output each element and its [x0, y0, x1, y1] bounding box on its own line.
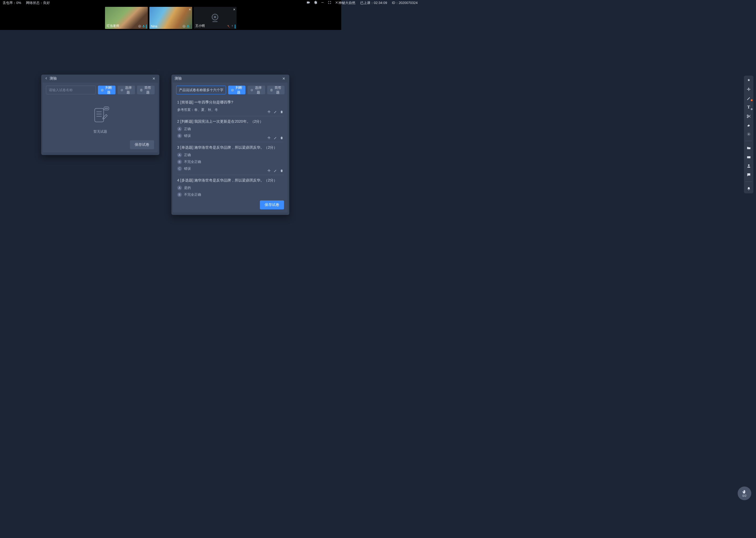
target-icon: [138, 24, 141, 28]
save-quiz-button[interactable]: 保存试卷: [130, 140, 154, 149]
volume-meter: [235, 24, 235, 28]
webcam-off-icon: [210, 13, 220, 23]
empty-illustration-icon: [89, 105, 112, 127]
quiz-panel-empty: 测验 判断题 选择题 简答题 暂无试题 保存试卷: [41, 75, 159, 155]
edit-icon[interactable]: [273, 169, 277, 173]
svg-point-6: [214, 16, 216, 19]
panel-close-icon[interactable]: [152, 76, 156, 81]
move-icon[interactable]: [267, 169, 271, 173]
volume-meter: [190, 24, 191, 28]
mic-muted-icon: [227, 24, 230, 28]
question-item: 3[单选题] 施华洛世奇是反华品牌，所以梁鼎琪反华。（2分）A正确B不完全正确C…: [177, 142, 283, 175]
choice-question-button[interactable]: 选择题: [248, 86, 265, 94]
move-icon[interactable]: [267, 110, 271, 114]
question-option: A正确: [177, 127, 283, 131]
question-actions: [267, 136, 283, 140]
svg-rect-17: [231, 89, 233, 91]
delete-icon[interactable]: [280, 110, 283, 114]
svg-point-2: [139, 26, 140, 27]
course-title: 神秘大自然: [338, 1, 341, 5]
panel-title: 测验: [174, 76, 182, 81]
svg-rect-7: [101, 89, 103, 91]
svg-point-14: [105, 108, 106, 109]
question-title: 1[简答题] 一年四季分别是哪四季?: [177, 100, 283, 105]
quiz-panel-filled: 测验 判断题 选择题 简答题 1[简答题] 一年四季分别是哪四季?参考答案：春、…: [171, 75, 289, 215]
mic-icon: [142, 24, 145, 28]
edit-icon[interactable]: [273, 136, 277, 140]
network-status: 网络状态：良好: [26, 1, 50, 5]
mic-icon: [186, 24, 190, 28]
video-row: 叮当老师 × Nina × 王小明: [0, 6, 341, 30]
top-bar: 丢包率：0% 网络状态：良好 神秘大自然 已上课：02:34:09 ID：202…: [0, 0, 341, 6]
question-item: 1[简答题] 一年四季分别是哪四季?参考答案：春、夏、秋、冬: [177, 97, 283, 116]
question-option: B不完全正确: [177, 159, 283, 164]
edit-icon[interactable]: [273, 110, 277, 114]
empty-text: 暂无试题: [93, 129, 107, 134]
camera-toggle-icon[interactable]: [306, 1, 310, 5]
close-icon[interactable]: [335, 1, 339, 5]
panel-close-icon[interactable]: [281, 76, 286, 81]
question-item: 4[多选题] 施华洛世奇是反华品牌，所以梁鼎琪反华。（2分）A是的B不完全正确C…: [177, 175, 283, 199]
question-title: 2[判断题] 我国宪法上一次更新是在2020年。（2分）: [177, 119, 283, 124]
tile-close-icon[interactable]: ×: [233, 7, 235, 12]
participant-name: 叮当老师: [107, 24, 119, 28]
question-option: A正确: [177, 153, 283, 157]
mic-icon: [231, 24, 234, 28]
tile-close-icon[interactable]: ×: [189, 7, 191, 12]
video-tile-teacher[interactable]: 叮当老师: [105, 7, 148, 29]
target-icon: [182, 24, 186, 28]
short-answer-button[interactable]: 简答题: [137, 86, 155, 94]
quiz-name-input[interactable]: [46, 86, 96, 94]
participant-name: 王小明: [195, 24, 205, 28]
back-icon[interactable]: [44, 77, 48, 81]
quiz-name-input[interactable]: [176, 86, 226, 94]
packet-loss: 丢包率：0%: [3, 1, 21, 5]
panel-title: 测验: [50, 76, 57, 81]
question-title: 3[单选题] 施华洛世奇是反华品牌，所以梁鼎琪反华。（2分）: [177, 145, 283, 150]
delete-icon[interactable]: [280, 169, 283, 173]
judge-question-button[interactable]: 判断题: [228, 86, 246, 94]
volume-meter: [146, 24, 147, 28]
question-actions: [267, 110, 283, 114]
choice-question-button[interactable]: 选择题: [118, 86, 135, 94]
empty-state: 暂无试题: [46, 97, 155, 141]
minimize-icon[interactable]: [320, 1, 324, 5]
question-actions: [267, 169, 283, 173]
short-answer-button[interactable]: 简答题: [267, 86, 285, 94]
svg-point-16: [107, 108, 108, 109]
question-option: B不完全正确: [177, 192, 283, 197]
question-title: 4[多选题] 施华洛世奇是反华品牌，所以梁鼎琪反华。（2分）: [177, 178, 283, 183]
question-option: A是的: [177, 186, 283, 190]
svg-point-15: [106, 108, 107, 109]
settings-icon[interactable]: [313, 1, 317, 5]
fullscreen-icon[interactable]: [328, 1, 332, 5]
video-tile-camera-off[interactable]: × 王小明: [194, 7, 237, 29]
participant-name: Nina: [151, 25, 158, 28]
question-item: 2[判断题] 我国宪法上一次更新是在2020年。（2分）A正确B错误: [177, 116, 283, 142]
svg-point-4: [183, 26, 184, 27]
svg-rect-0: [321, 2, 324, 3]
save-quiz-button[interactable]: 保存试卷: [260, 200, 284, 209]
judge-question-button[interactable]: 判断题: [98, 86, 116, 94]
move-icon[interactable]: [267, 136, 271, 140]
delete-icon[interactable]: [280, 136, 283, 140]
video-tile-student[interactable]: × Nina: [149, 7, 192, 29]
question-list[interactable]: 1[简答题] 一年四季分别是哪四季?参考答案：春、夏、秋、冬2[判断题] 我国宪…: [173, 97, 288, 199]
